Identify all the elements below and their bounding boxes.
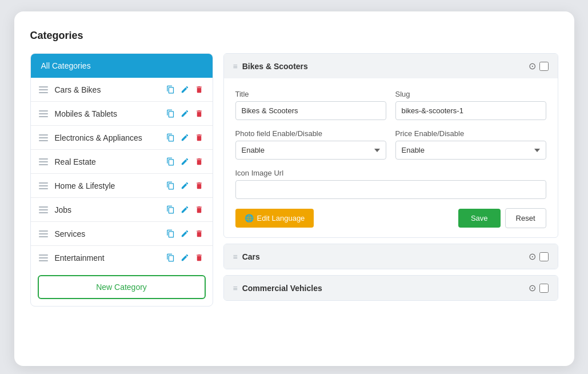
category-actions — [165, 252, 205, 263]
delete-button[interactable] — [194, 204, 205, 215]
left-panel: All Categories Cars & Bikes — [30, 53, 213, 307]
category-name: Jobs — [55, 205, 165, 214]
category-actions — [165, 84, 205, 95]
edit-button[interactable] — [179, 204, 190, 215]
edit-button[interactable] — [179, 156, 190, 167]
slug-input[interactable] — [395, 101, 546, 120]
copy-button[interactable] — [165, 156, 176, 167]
category-actions — [165, 228, 205, 239]
main-layout: All Categories Cars & Bikes — [30, 53, 558, 307]
title-input[interactable] — [235, 101, 386, 120]
list-item: Entertainment — [31, 246, 213, 269]
edit-button[interactable] — [179, 108, 190, 119]
save-button[interactable]: Save — [458, 209, 501, 228]
drag-handle-icon: ≡ — [233, 62, 238, 71]
list-item: Electronics & Appliances — [31, 126, 213, 150]
category-actions — [165, 204, 205, 215]
price-select[interactable]: Enable Disable — [395, 141, 546, 160]
photo-label: Photo field Enable/Disable — [235, 129, 386, 138]
reset-button[interactable]: Reset — [505, 208, 546, 228]
page-title: Categories — [30, 30, 558, 42]
icon-input[interactable] — [235, 180, 546, 199]
chevron-up-icon[interactable]: ⊙ — [529, 61, 536, 71]
copy-button[interactable] — [165, 84, 176, 95]
edit-button[interactable] — [179, 228, 190, 239]
form-actions: 🌐 Edit Language Save Reset — [235, 208, 546, 228]
commercial-section: ≡ Commercial Vehicles ⊙ — [223, 275, 558, 301]
save-reset-buttons: Save Reset — [458, 208, 546, 228]
edit-button[interactable] — [179, 132, 190, 143]
edit-language-button[interactable]: 🌐 Edit Language — [235, 209, 314, 228]
category-name: Mobiles & Tablets — [55, 109, 165, 118]
copy-button[interactable] — [165, 180, 176, 191]
bikes-scooters-body: Title Slug Photo field Enable/Disable — [224, 78, 558, 237]
new-category-button[interactable]: New Category — [38, 275, 206, 299]
category-list: Cars & Bikes Mobiles & Tablets — [31, 78, 213, 269]
category-actions — [165, 156, 205, 167]
edit-lang-icon: 🌐 — [245, 214, 254, 222]
copy-button[interactable] — [165, 228, 176, 239]
copy-button[interactable] — [165, 252, 176, 263]
cars-header-icons: ⊙ — [529, 251, 549, 262]
app-container: Categories All Categories Cars & Bikes — [14, 11, 574, 366]
cars-drag-icon: ≡ — [233, 252, 238, 261]
copy-button[interactable] — [165, 132, 176, 143]
cars-header: ≡ Cars ⊙ — [224, 244, 558, 269]
category-name: Real Estate — [55, 157, 165, 166]
delete-button[interactable] — [194, 252, 205, 263]
drag-handle[interactable] — [39, 230, 48, 237]
commercial-header-icons: ⊙ — [529, 283, 549, 293]
slug-label: Slug — [395, 90, 546, 98]
slug-group: Slug — [395, 90, 546, 120]
edit-lang-label: Edit Language — [257, 214, 305, 222]
title-label: Title — [235, 90, 386, 98]
category-name: Cars & Bikes — [55, 85, 165, 94]
category-actions — [165, 132, 205, 143]
edit-button[interactable] — [179, 252, 190, 263]
photo-select[interactable]: Enable Disable — [235, 141, 386, 160]
category-actions — [165, 180, 205, 191]
commercial-chevron-down-icon[interactable]: ⊙ — [529, 283, 536, 293]
delete-button[interactable] — [194, 180, 205, 191]
delete-button[interactable] — [194, 84, 205, 95]
drag-handle[interactable] — [39, 134, 48, 141]
list-item: Services — [31, 222, 213, 246]
drag-handle[interactable] — [39, 254, 48, 261]
title-group: Title — [235, 90, 386, 120]
copy-button[interactable] — [165, 108, 176, 119]
drag-handle[interactable] — [39, 182, 48, 189]
drag-handle[interactable] — [39, 158, 48, 165]
copy-button[interactable] — [165, 204, 176, 215]
all-categories-button[interactable]: All Categories — [31, 54, 213, 78]
bikes-scooters-checkbox[interactable] — [539, 62, 549, 71]
edit-button[interactable] — [179, 84, 190, 95]
photo-price-row: Photo field Enable/Disable Enable Disabl… — [235, 129, 546, 160]
bikes-scooters-header-icons: ⊙ — [529, 61, 549, 71]
category-name: Services — [55, 229, 165, 238]
bikes-scooters-title: Bikes & Scooters — [242, 62, 524, 71]
list-item: Jobs — [31, 198, 213, 222]
list-item: Cars & Bikes — [31, 78, 213, 102]
category-name: Entertainment — [55, 253, 165, 262]
bikes-scooters-section: ≡ Bikes & Scooters ⊙ Title Slug — [223, 53, 558, 238]
delete-button[interactable] — [194, 108, 205, 119]
drag-handle[interactable] — [39, 110, 48, 117]
category-actions — [165, 108, 205, 119]
cars-title: Cars — [242, 252, 524, 261]
list-item: Home & Lifestyle — [31, 174, 213, 198]
cars-checkbox[interactable] — [539, 252, 549, 261]
commercial-drag-icon: ≡ — [233, 284, 238, 293]
category-name: Electronics & Appliances — [55, 133, 165, 142]
commercial-checkbox[interactable] — [539, 284, 549, 293]
drag-handle[interactable] — [39, 206, 48, 213]
cars-chevron-down-icon[interactable]: ⊙ — [529, 251, 536, 262]
price-label: Price Enable/Disable — [395, 129, 546, 138]
list-item: Mobiles & Tablets — [31, 102, 213, 126]
edit-button[interactable] — [179, 180, 190, 191]
photo-group: Photo field Enable/Disable Enable Disabl… — [235, 129, 386, 160]
delete-button[interactable] — [194, 228, 205, 239]
drag-handle[interactable] — [39, 86, 48, 93]
delete-button[interactable] — [194, 132, 205, 143]
bikes-scooters-header: ≡ Bikes & Scooters ⊙ — [224, 54, 558, 78]
delete-button[interactable] — [194, 156, 205, 167]
